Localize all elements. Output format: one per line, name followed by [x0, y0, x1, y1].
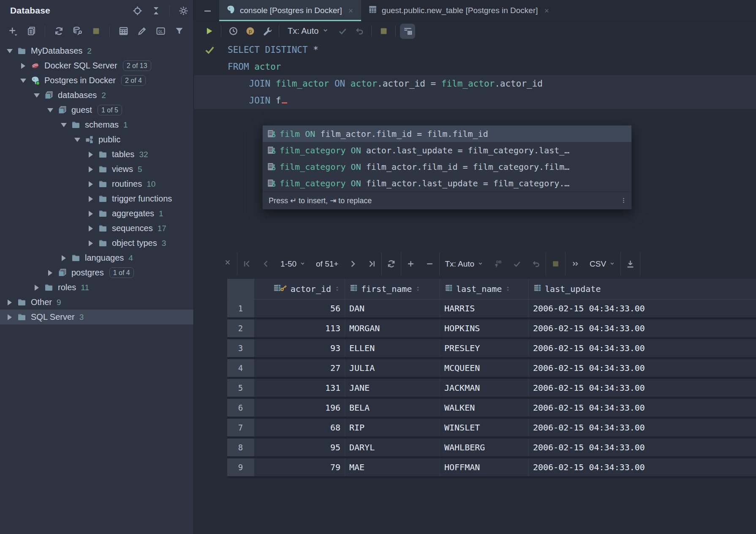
cell-last_update[interactable]: 2006-02-15 04:34:33.00: [528, 359, 756, 377]
completion-item-3[interactable]: film_category ON film_actor.film_id = fi…: [263, 158, 631, 175]
cell-last_name[interactable]: WALKEN: [440, 399, 528, 417]
sql-editor[interactable]: SELECT DISTINCT *FROM actor JOIN film_ac…: [194, 41, 756, 247]
chevron-collapsed-icon[interactable]: [4, 314, 15, 320]
row-number[interactable]: 7: [227, 419, 254, 436]
tree-item-trigger-functions[interactable]: trigger functions: [0, 191, 193, 206]
chevron-collapsed-icon[interactable]: [85, 211, 96, 217]
tree-item-sequences[interactable]: sequences17: [0, 221, 193, 236]
cell-first_name[interactable]: RIP: [345, 419, 440, 436]
cell-actor_id[interactable]: 56: [254, 300, 345, 317]
tab-table[interactable]: guest.public.new_table [Postgres in Dock…: [361, 0, 557, 21]
hide-icon[interactable]: [200, 3, 215, 18]
table-view-icon[interactable]: [116, 24, 131, 39]
collapse-all-icon[interactable]: [148, 3, 163, 18]
column-header-actor_id[interactable]: actor_id: [254, 279, 345, 299]
chevron-collapsed-icon[interactable]: [45, 270, 56, 276]
locate-icon[interactable]: [130, 3, 145, 18]
cell-last_update[interactable]: 2006-02-15 04:34:33.00: [528, 419, 756, 436]
tree-item-object-types[interactable]: object types3: [0, 236, 193, 251]
more-icon[interactable]: [566, 253, 585, 275]
chevron-collapsed-icon[interactable]: [85, 196, 96, 202]
prev-page-icon[interactable]: [256, 253, 275, 275]
cell-last_update[interactable]: 2006-02-15 04:34:33.00: [528, 399, 756, 417]
chevron-collapsed-icon[interactable]: [18, 63, 29, 69]
row-number[interactable]: 4: [227, 359, 254, 377]
chevron-collapsed-icon[interactable]: [85, 240, 96, 246]
cell-actor_id[interactable]: 79: [254, 458, 345, 476]
submit-db-icon[interactable]: DB: [489, 253, 508, 275]
cell-last_name[interactable]: HOFFMAN: [440, 458, 528, 476]
rollback-icon[interactable]: [352, 24, 367, 39]
next-page-icon[interactable]: [343, 253, 362, 275]
edit-icon[interactable]: [134, 24, 150, 39]
column-header-first_name[interactable]: first_name: [345, 279, 440, 299]
tree-item-public[interactable]: public: [0, 132, 193, 147]
cell-last_name[interactable]: HOPKINS: [440, 319, 528, 337]
cell-actor_id[interactable]: 95: [254, 439, 345, 456]
tree-item-sql-server[interactable]: SQL Server3: [0, 310, 193, 324]
cell-actor_id[interactable]: 27: [254, 359, 345, 377]
chevron-collapsed-icon[interactable]: [85, 181, 96, 187]
cell-actor_id[interactable]: 93: [254, 339, 345, 357]
cell-last_name[interactable]: WINSLET: [440, 419, 528, 436]
sort-icon[interactable]: [415, 284, 421, 294]
add-row-icon[interactable]: [401, 253, 420, 275]
query-console-icon[interactable]: QL: [153, 24, 168, 39]
cell-last_update[interactable]: 2006-02-15 04:34:33.00: [528, 339, 756, 357]
completion-item-4[interactable]: film_category ON film_actor.last_update …: [263, 175, 631, 191]
history-icon[interactable]: [226, 24, 241, 39]
tree-item-guest[interactable]: guest1 of 5: [0, 103, 193, 117]
cell-last_name[interactable]: JACKMAN: [440, 379, 528, 397]
duplicate-icon[interactable]: [24, 24, 39, 39]
cell-last_name[interactable]: MCQUEEN: [440, 359, 528, 377]
close-icon[interactable]: [347, 7, 354, 14]
last-page-icon[interactable]: [362, 253, 381, 275]
inline-results-icon[interactable]: [400, 24, 415, 39]
tree-item-postgres-in-docker[interactable]: Postgres in Docker2 of 4: [0, 73, 193, 88]
data-source-properties-icon[interactable]: [70, 24, 85, 39]
tx-mode-dropdown[interactable]: Tx: Auto: [440, 253, 489, 275]
cell-first_name[interactable]: BELA: [345, 399, 440, 417]
tree-item-roles[interactable]: roles11: [0, 280, 193, 295]
rollback-icon[interactable]: [527, 253, 546, 275]
chevron-expanded-icon[interactable]: [45, 108, 56, 112]
cell-last_update[interactable]: 2006-02-15 04:34:33.00: [528, 319, 756, 337]
chevron-collapsed-icon[interactable]: [85, 166, 96, 172]
settings-icon[interactable]: [176, 3, 191, 18]
kebab-menu-icon[interactable]: [620, 197, 627, 204]
cell-first_name[interactable]: DAN: [345, 300, 440, 317]
cell-first_name[interactable]: JULIA: [345, 359, 440, 377]
row-number[interactable]: 8: [227, 439, 254, 456]
refresh-icon[interactable]: [51, 24, 66, 39]
chevron-expanded-icon[interactable]: [31, 93, 42, 98]
stop-icon[interactable]: [88, 24, 103, 39]
completion-item-1[interactable]: film ON film_actor.film_id = film.film_i…: [263, 125, 631, 142]
chevron-collapsed-icon[interactable]: [85, 226, 96, 232]
tree-item-other[interactable]: Other9: [0, 295, 193, 310]
add-icon[interactable]: [5, 24, 20, 39]
row-number[interactable]: 3: [227, 339, 254, 357]
delete-row-icon[interactable]: [420, 253, 439, 275]
page-range-dropdown[interactable]: 1-50: [275, 253, 311, 275]
session-icon[interactable]: p: [242, 24, 258, 39]
export-icon[interactable]: [621, 253, 640, 275]
row-number[interactable]: 6: [227, 399, 254, 417]
cell-first_name[interactable]: MORGAN: [345, 319, 440, 337]
cell-last_name[interactable]: PRESLEY: [440, 339, 528, 357]
cell-last_update[interactable]: 2006-02-15 04:34:33.00: [528, 300, 756, 317]
tree-item-languages[interactable]: languages4: [0, 251, 193, 265]
stop-icon[interactable]: [376, 24, 391, 39]
tree-item-routines[interactable]: routines10: [0, 177, 193, 191]
cell-last_update[interactable]: 2006-02-15 04:34:33.00: [528, 379, 756, 397]
stop-icon[interactable]: [546, 253, 565, 275]
cell-last_update[interactable]: 2006-02-15 04:34:33.00: [528, 439, 756, 456]
close-icon[interactable]: [543, 7, 550, 14]
column-header-last_name[interactable]: last_name: [440, 279, 528, 299]
chevron-expanded-icon[interactable]: [58, 123, 69, 127]
cell-actor_id[interactable]: 196: [254, 399, 345, 417]
close-results-icon[interactable]: [223, 258, 232, 268]
cell-first_name[interactable]: DARYL: [345, 439, 440, 456]
cell-actor_id[interactable]: 131: [254, 379, 345, 397]
tab-console[interactable]: console [Postgres in Docker]: [219, 0, 361, 21]
first-page-icon[interactable]: [237, 253, 256, 275]
